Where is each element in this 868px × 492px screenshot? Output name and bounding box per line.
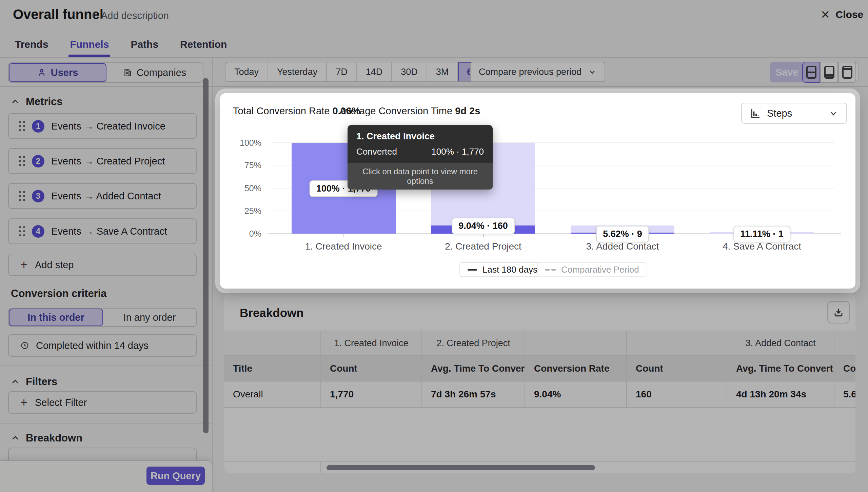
chart-tooltip: 1. Created Invoice Converted 100% · 1,77… [348,125,493,190]
x-label-step-4: 4. Save A Contract [680,241,843,252]
solid-line-icon [468,269,477,271]
dashed-line-icon [545,269,556,271]
tooltip-row-label: Converted [356,146,397,157]
funnel-chart-card: Total Conversion Rate 0.06% Average Conv… [220,93,855,289]
x-tick [343,234,344,237]
chart-view-dropdown[interactable]: Steps [741,103,847,124]
bar-label-step-2[interactable]: 9.04% · 160 [452,218,515,234]
y-tick: 50% [231,184,261,193]
average-conversion-time: Average Conversion Time 9d 2s [339,105,480,117]
y-tick: 100% [231,138,261,147]
x-label-step-1: 1. Created Invoice [262,241,425,252]
x-label-step-3: 3. Added Contact [541,241,704,252]
x-label-step-2: 2. Created Project [402,241,565,252]
insight-editor-window: Overall funnel Add description ✕ Close T… [0,0,868,492]
legend-comparative-period[interactable]: Comparative Period [537,262,647,277]
tooltip-title: 1. Created Invoice [348,125,493,144]
tooltip-row: Converted 100% · 1,770 [348,144,493,163]
y-tick: 0% [231,229,261,238]
chevron-down-icon [829,109,838,118]
y-tick: 25% [231,206,261,215]
legend-current-period[interactable]: Last 180 days [459,262,546,277]
x-tick [623,234,623,237]
x-tick [762,234,763,237]
bar-chart-icon [750,108,761,119]
tooltip-footer-hint: Click on data point to view more options [348,163,493,190]
x-tick [483,234,484,237]
y-tick: 75% [231,161,261,170]
tooltip-row-value: 100% · 1,770 [431,146,484,157]
